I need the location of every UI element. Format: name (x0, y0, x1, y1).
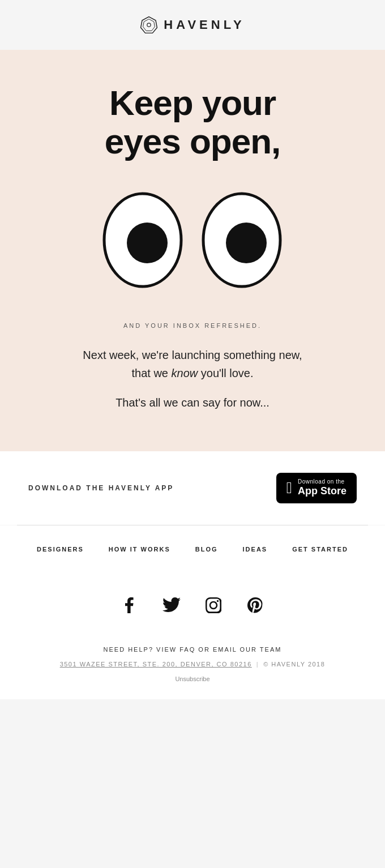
app-store-button[interactable]:  Download on the App Store (276, 473, 357, 503)
app-download-section: DOWNLOAD THE HAVENLY APP  Download on t… (0, 451, 385, 525)
instagram-icon[interactable] (201, 593, 226, 618)
hero-title: Keep your eyes open, (23, 84, 362, 161)
right-eye (198, 189, 286, 291)
view-faq-link[interactable]: VIEW FAQ (156, 646, 195, 653)
app-store-btn-large: App Store (298, 485, 346, 498)
footer-address: 3501 WAZEE STREET, STE. 200, DENVER, CO … (11, 661, 374, 668)
email-team-link[interactable]: EMAIL OUR TEAM (213, 646, 282, 653)
hero-section: Keep your eyes open, AND YOUR INBOX REFR… (0, 50, 385, 451)
nav-item-get-started[interactable]: GET STARTED (280, 542, 361, 556)
svg-point-4 (127, 223, 168, 263)
logo-text: HAVENLY (164, 18, 245, 32)
nav-item-blog[interactable]: BLOG (183, 542, 230, 556)
twitter-icon[interactable] (159, 593, 184, 618)
hero-body: Next week, we're launching something new… (23, 346, 362, 382)
app-store-btn-small: Download on the (298, 478, 345, 485)
unsubscribe-link[interactable]: Unsubscribe (11, 675, 374, 682)
app-download-label: DOWNLOAD THE HAVENLY APP (28, 484, 174, 492)
hero-subtitle: AND YOUR INBOX REFRESHED. (23, 322, 362, 329)
nav-item-ideas[interactable]: IDEAS (230, 542, 280, 556)
footer-help-text: NEED HELP? VIEW FAQ OR EMAIL OUR TEAM (11, 646, 374, 653)
pinterest-icon[interactable] (243, 593, 268, 618)
svg-point-2 (147, 23, 151, 27)
nav-item-designers[interactable]: DESIGNERS (24, 542, 96, 556)
header: HAVENLY (0, 0, 385, 50)
footer: NEED HELP? VIEW FAQ OR EMAIL OUR TEAM 35… (0, 635, 385, 699)
app-store-btn-text: Download on the App Store (298, 478, 346, 498)
hero-closing: That's all we can say for now... (23, 394, 362, 412)
eyes-illustration (23, 189, 362, 291)
social-section (0, 573, 385, 635)
apple-icon:  (286, 480, 292, 496)
nav-item-how-it-works[interactable]: HOW IT WORKS (96, 542, 183, 556)
havenly-logo-icon (140, 16, 158, 34)
svg-marker-1 (143, 19, 155, 31)
facebook-icon[interactable] (117, 593, 142, 618)
left-eye (99, 189, 187, 291)
address-link[interactable]: 3501 WAZEE STREET, STE. 200, DENVER, CO … (60, 661, 252, 668)
footer-copyright: © Havenly 2018 (263, 661, 325, 668)
svg-point-6 (226, 223, 267, 263)
nav-section: DESIGNERS HOW IT WORKS BLOG IDEAS GET ST… (0, 525, 385, 573)
